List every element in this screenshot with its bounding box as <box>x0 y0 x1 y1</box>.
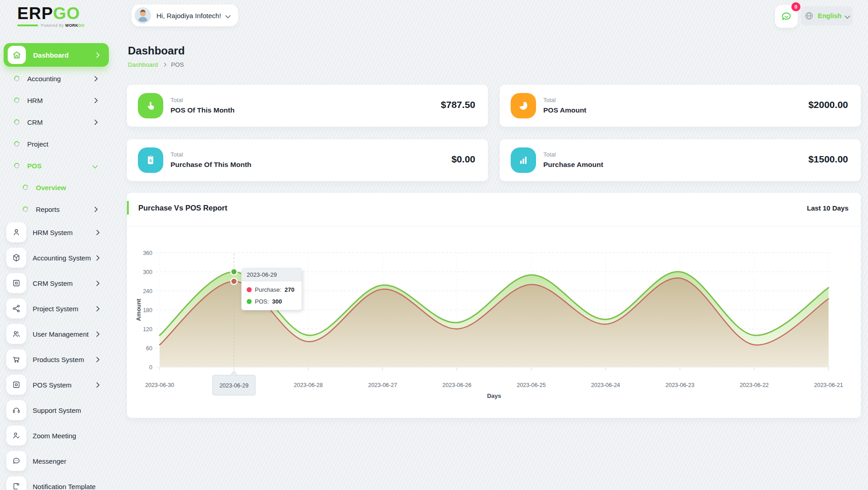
svg-text:60: 60 <box>146 345 152 352</box>
chevron-down-icon <box>844 13 850 19</box>
sidebar-item-pos[interactable]: POS <box>0 155 112 176</box>
stat-label: Total <box>543 97 586 103</box>
sidebar-item-project-system[interactable]: Project System <box>0 296 112 321</box>
home-icon <box>8 46 26 64</box>
sidebar-item-crm-system[interactable]: CRM System <box>0 270 112 296</box>
sidebar: ERPGO Powered By WORKDO Dashboard Accoun… <box>0 0 112 490</box>
window-icon <box>6 273 26 293</box>
svg-text:360: 360 <box>143 250 152 256</box>
cube-icon <box>6 248 26 268</box>
user-check-icon <box>6 426 26 446</box>
sidebar-item-accounting[interactable]: Accounting <box>0 68 112 89</box>
svg-text:2023-06-26: 2023-06-26 <box>443 382 472 388</box>
sidebar-item-hrm-system[interactable]: HRM System <box>0 220 112 245</box>
pie-chart-icon <box>511 93 536 118</box>
bar-chart-icon <box>511 147 536 173</box>
breadcrumb-current: POS <box>171 61 184 68</box>
chevron-right-icon <box>92 98 98 103</box>
svg-text:2023-06-25: 2023-06-25 <box>517 382 546 388</box>
user-greeting: Hi, Rajodiya Infotech! <box>156 12 221 20</box>
cart-icon <box>6 349 26 369</box>
stat-title: Purchase Amount <box>543 161 603 169</box>
app-logo[interactable]: ERPGO Powered By WORKDO <box>17 5 84 28</box>
svg-text:2023-06-29: 2023-06-29 <box>219 382 249 389</box>
stat-label: Total <box>171 97 234 103</box>
user-icon <box>6 222 26 242</box>
sidebar-item-pos-overview[interactable]: Overview <box>0 176 112 198</box>
svg-text:120: 120 <box>143 326 152 333</box>
chevron-right-icon <box>92 119 98 125</box>
svg-text:240: 240 <box>143 288 152 294</box>
stat-label: Total <box>171 151 251 158</box>
bullet-icon <box>22 206 29 213</box>
tooltip-row-purchase: Purchase: 270 <box>242 286 302 293</box>
chevron-right-icon <box>162 63 167 67</box>
sidebar-item-label: Dashboard <box>33 51 68 59</box>
chevron-right-icon <box>94 230 100 235</box>
svg-text:2023-06-28: 2023-06-28 <box>294 382 323 388</box>
users-icon <box>6 324 26 344</box>
purchase-series-dot <box>247 287 252 292</box>
language-label: English <box>818 12 841 20</box>
svg-text:2023-06-27: 2023-06-27 <box>368 382 397 388</box>
template-icon <box>6 476 26 490</box>
breadcrumb: Dashboard POS <box>128 61 861 68</box>
chevron-right-icon <box>94 382 100 388</box>
svg-text:2023-06-22: 2023-06-22 <box>740 382 769 388</box>
stat-title: POS Amount <box>543 106 586 114</box>
invoice-icon: $ <box>138 147 163 173</box>
bullet-icon <box>22 184 29 191</box>
bullet-icon <box>13 75 20 82</box>
sidebar-item-project[interactable]: Project <box>0 133 112 155</box>
svg-text:Days: Days <box>487 392 501 399</box>
sidebar-item-dashboard[interactable]: Dashboard <box>4 43 109 67</box>
headset-icon <box>6 400 26 420</box>
chevron-right-icon <box>94 280 100 286</box>
svg-text:Amount: Amount <box>135 299 142 321</box>
language-selector[interactable]: English <box>801 6 853 25</box>
stat-value: $0.00 <box>451 154 475 165</box>
main-content: Dashboard Dashboard POS Total POS Of Thi… <box>127 36 861 418</box>
sidebar-item-crm[interactable]: CRM <box>0 111 112 133</box>
sidebar-item-user-management[interactable]: User Management <box>0 321 112 347</box>
chevron-right-icon <box>94 357 100 363</box>
sidebar-item-accounting-system[interactable]: Accounting System <box>0 245 112 270</box>
logo-underline <box>17 24 38 26</box>
sidebar-item-hrm[interactable]: HRM <box>0 89 112 111</box>
chevron-right-icon <box>92 76 98 82</box>
user-menu-button[interactable]: Hi, Rajodiya Infotech! <box>132 5 238 26</box>
chat-bubble-icon <box>780 10 792 22</box>
sidebar-item-zoom-meeting[interactable]: Zoom Meeting <box>0 423 112 448</box>
message-count-badge: 0 <box>791 2 800 11</box>
sidebar-systems-menu: HRM System Accounting System CRM System … <box>0 220 112 490</box>
sidebar-item-pos-system[interactable]: POS System <box>0 372 112 397</box>
sidebar-item-products-system[interactable]: Products System <box>0 347 112 372</box>
tooltip-row-pos: POS: 300 <box>242 298 302 305</box>
bullet-icon <box>13 97 20 104</box>
stat-title: Purchase Of This Month <box>171 161 251 169</box>
share-icon <box>6 299 26 318</box>
window-icon <box>6 375 26 395</box>
svg-text:$: $ <box>149 158 152 163</box>
chevron-right-icon <box>94 331 100 337</box>
chat-icon <box>6 451 26 471</box>
purchase-vs-pos-chart[interactable]: 0601201802403003602023-06-302023-06-2920… <box>127 193 861 418</box>
bullet-icon <box>13 118 20 126</box>
breadcrumb-dashboard-link[interactable]: Dashboard <box>128 61 158 68</box>
stat-value: $787.50 <box>441 99 475 110</box>
globe-icon <box>804 11 814 21</box>
messages-button[interactable]: 0 <box>775 5 798 28</box>
stat-label: Total <box>543 151 603 158</box>
pos-series-dot <box>247 299 252 304</box>
purchase-vs-pos-report-card: Purchase Vs POS Report Last 10 Days 0601… <box>127 193 861 418</box>
page-title: Dashboard <box>128 44 861 57</box>
sidebar-item-support-system[interactable]: Support System <box>0 397 112 423</box>
sidebar-item-messenger[interactable]: Messenger <box>0 448 112 474</box>
chevron-down-icon <box>225 13 231 19</box>
stat-card-pos-amount: Total POS Amount $2000.00 <box>500 85 861 127</box>
logo-text: ERPGO <box>17 5 84 23</box>
sidebar-item-pos-reports[interactable]: Reports <box>0 198 112 220</box>
chevron-right-icon <box>92 206 98 212</box>
svg-text:2023-06-30: 2023-06-30 <box>145 382 174 388</box>
sidebar-item-notification-template[interactable]: Notification Template <box>0 474 112 490</box>
